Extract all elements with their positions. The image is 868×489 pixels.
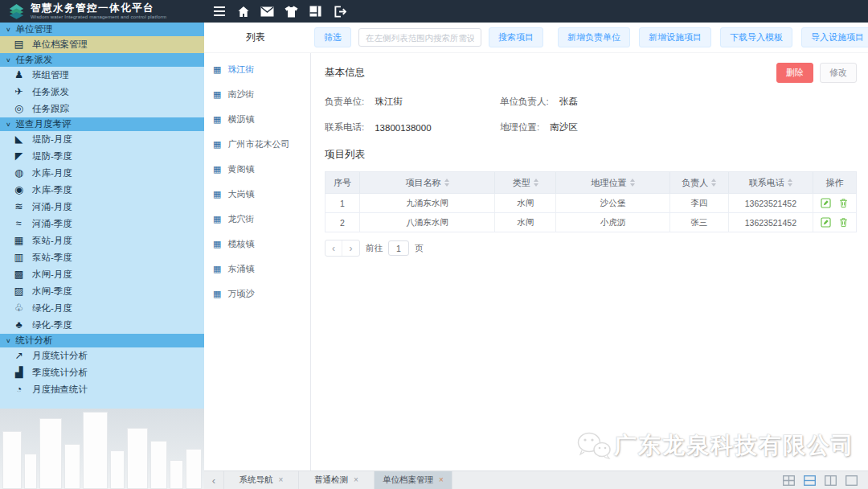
logout-icon[interactable] [333, 5, 346, 18]
mail-icon[interactable] [260, 5, 274, 18]
next-page-button[interactable]: › [342, 240, 359, 256]
sidebar-item[interactable]: ✈任务派发 [0, 84, 204, 101]
sort-icon[interactable] [444, 179, 449, 187]
levee-month-icon: ◣ [12, 134, 26, 145]
action-button[interactable]: 导入设施项目 [801, 27, 868, 47]
unit-list-item[interactable]: ▦广州市花木公司 [204, 132, 310, 157]
tab-item[interactable]: 系统导航× [223, 471, 299, 489]
field-label: 单位负责人: [500, 96, 549, 108]
column-header-label: 类型 [513, 177, 530, 189]
sort-icon[interactable] [630, 179, 635, 187]
sidebar-item[interactable]: ▨水闸-季度 [0, 283, 204, 300]
unit-list-item[interactable]: ▦万顷沙 [204, 281, 310, 306]
unit-list-item[interactable]: ▦榄核镇 [204, 232, 310, 257]
unit-list-item[interactable]: ▦南沙街 [204, 82, 310, 107]
sidebar-group-header[interactable]: ∨单位管理 [0, 23, 204, 36]
greening-month-icon: ♧ [12, 303, 26, 314]
unit-list-item[interactable]: ▦龙穴街 [204, 207, 310, 232]
sidebar-item[interactable]: ≋河涌-月度 [0, 199, 204, 216]
single-layout-icon[interactable] [845, 475, 858, 486]
column-header: 操作 [813, 172, 856, 193]
unit-list-item[interactable]: ▦东涌镇 [204, 257, 310, 281]
hsplit-layout-icon[interactable] [804, 475, 816, 486]
sidebar-group-header[interactable]: ∨统计分析 [0, 334, 204, 347]
app-subtitle: Wisdom water Integrated management and c… [31, 14, 166, 19]
sidebar-item[interactable]: ◉水库-季度 [0, 182, 204, 199]
prev-page-button[interactable]: ‹ [326, 240, 342, 256]
basic-info-title: 基本信息 [325, 66, 365, 80]
menu-icon[interactable] [212, 5, 226, 18]
field-label: 联系电话: [325, 121, 364, 134]
search-input[interactable] [358, 28, 481, 47]
table-cell: 张三 [670, 213, 729, 232]
close-icon[interactable]: × [354, 476, 358, 484]
sidebar-item[interactable]: ▩水闸-月度 [0, 266, 204, 283]
unit-label: 珠江街 [227, 64, 254, 76]
delete-icon[interactable] [838, 198, 849, 208]
table-header-row: 序号项目名称类型地理位置负责人联系电话操作 [325, 171, 857, 194]
unit-list-item[interactable]: ▦大岗镇 [204, 182, 310, 207]
sidebar-item[interactable]: ↗月度统计分析 [0, 347, 204, 364]
shirt-theme-icon[interactable] [285, 5, 298, 18]
sidebar-item[interactable]: ◎任务跟踪 [0, 101, 204, 117]
unit-list-item[interactable]: ▦珠江街 [204, 57, 310, 82]
tab-label: 单位档案管理 [383, 475, 433, 486]
grid-layout-icon[interactable] [783, 475, 795, 486]
column-header[interactable]: 项目名称 [360, 172, 495, 193]
action-button[interactable]: 下载导入模板 [720, 27, 792, 47]
field-label: 地理位置: [500, 121, 539, 134]
action-button[interactable]: 新增负责单位 [558, 27, 630, 47]
tab-item[interactable]: 单位档案管理× [375, 471, 452, 489]
sidebar-item-label: 班组管理 [32, 69, 69, 81]
sidebar-item[interactable]: ▤单位档案管理 [0, 36, 204, 53]
action-button[interactable]: 新增设施项目 [639, 27, 711, 47]
edit-button[interactable]: 修改 [820, 63, 857, 83]
edit-icon[interactable] [821, 198, 831, 208]
sort-icon[interactable] [711, 179, 716, 187]
sidebar-item[interactable]: ▥泵站-季度 [0, 249, 204, 266]
sidebar-item[interactable]: ♟班组管理 [0, 67, 204, 84]
dashboard-layout-icon[interactable] [309, 5, 322, 18]
sidebar-item[interactable]: ◍水库-月度 [0, 165, 204, 182]
tabbar: ‹ 系统导航×普通检测×单位档案管理× [204, 471, 868, 489]
page-input[interactable] [388, 240, 409, 256]
close-icon[interactable]: × [439, 476, 444, 484]
table-cell: 2 [326, 213, 360, 232]
vsplit-layout-icon[interactable] [825, 475, 837, 486]
sidebar-item[interactable]: ▟季度统计分析 [0, 364, 204, 381]
column-header[interactable]: 联系电话 [729, 172, 814, 193]
edit-icon[interactable] [821, 217, 831, 228]
sidebar-item[interactable]: ◤堤防-季度 [0, 148, 204, 165]
sidebar-item[interactable]: ♣绿化-季度 [0, 317, 204, 334]
sidebar-item[interactable]: ◣堤防-月度 [0, 131, 204, 148]
sidebar-item[interactable]: ≈河涌-季度 [0, 216, 204, 232]
tab-item[interactable]: 普通检测× [299, 471, 375, 489]
sidebar-item-label: 单位档案管理 [32, 39, 88, 51]
unit-list-item[interactable]: ▦黄阁镇 [204, 157, 310, 182]
filter-button[interactable]: 筛选 [314, 27, 351, 47]
unit-list-item[interactable]: ▦横沥镇 [204, 107, 310, 132]
sidebar-item[interactable]: ♧绿化-月度 [0, 300, 204, 317]
home-icon[interactable] [236, 5, 250, 18]
column-header[interactable]: 类型 [495, 172, 556, 193]
building-grid-icon: ▦ [213, 90, 221, 99]
column-header[interactable]: 地理位置 [556, 172, 670, 193]
delete-icon[interactable] [838, 217, 849, 228]
tab-scroll-left-icon[interactable]: ‹ [204, 471, 223, 489]
sidebar-group-header[interactable]: ∨巡查月度考评 [0, 117, 204, 131]
sidebar-item-label: 堤防-季度 [32, 150, 72, 162]
search-button[interactable]: 搜索项目 [489, 27, 543, 47]
sidebar-item[interactable]: ◔月度抽查统计 [0, 381, 204, 398]
sidebar-item-label: 堤防-月度 [32, 134, 72, 146]
layout-switcher [783, 475, 868, 486]
sidebar-item[interactable]: ▦泵站-月度 [0, 232, 204, 249]
delete-button[interactable]: 删除 [776, 63, 813, 83]
paper-plane-icon: ✈ [12, 87, 26, 97]
close-icon[interactable]: × [279, 476, 284, 484]
sidebar-item-label: 水库-月度 [32, 167, 72, 179]
column-header[interactable]: 负责人 [670, 172, 729, 193]
sort-icon[interactable] [788, 179, 792, 187]
sidebar-group-header[interactable]: ∨任务派发 [0, 53, 204, 67]
sidebar-item-label: 绿化-季度 [32, 319, 72, 331]
sort-icon[interactable] [534, 179, 538, 187]
